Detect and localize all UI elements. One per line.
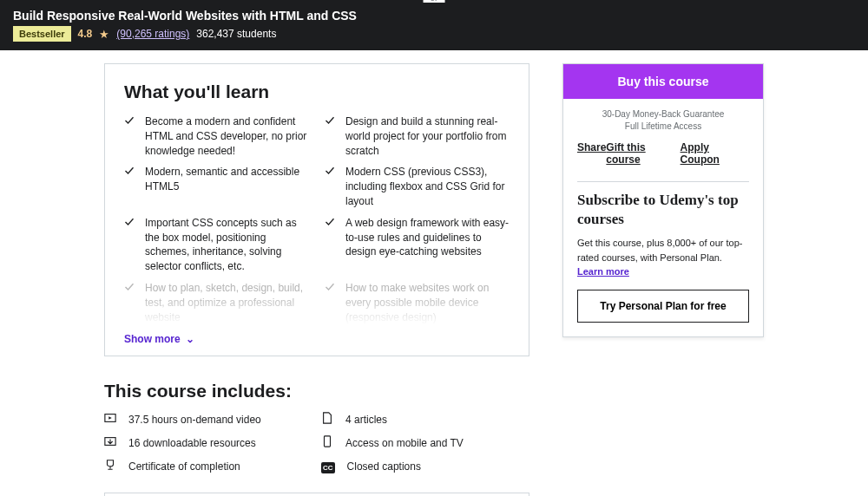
course-meta: Bestseller 4.8 ★ (90,265 ratings) 362,43… <box>13 26 855 42</box>
file-icon <box>321 412 333 427</box>
bestseller-badge: Bestseller <box>13 26 71 42</box>
wyl-item: Important CSS concepts such as the box m… <box>124 216 309 274</box>
includes-text: 16 downloadable resources <box>128 437 256 449</box>
students-count: 362,437 students <box>196 28 276 40</box>
subscribe-learn-more-link[interactable]: Learn more <box>577 266 629 277</box>
cc-icon: CC <box>321 460 335 473</box>
course-header: Build Responsive Real-World Websites wit… <box>0 0 868 50</box>
course-includes: This course includes: 37.5 hours on-dema… <box>104 381 529 473</box>
includes-text: Access on mobile and TV <box>345 437 464 449</box>
coupon-link[interactable]: Apply Coupon <box>681 141 749 166</box>
subscribe-desc-text: Get this course, plus 8,000+ of our top-… <box>577 238 742 263</box>
check-icon <box>124 166 135 208</box>
purchase-sidebar: Buy this course 30-Day Money-Back Guaran… <box>562 63 764 337</box>
show-more-button[interactable]: Show more ⌄ <box>124 333 510 345</box>
star-icon: ★ <box>99 28 109 41</box>
gift-link[interactable]: Gift this course <box>606 141 680 166</box>
fade-overlay <box>106 295 528 325</box>
wyl-item: Design and build a stunning real-world p… <box>325 114 510 158</box>
includes-text: Certificate of completion <box>128 460 240 473</box>
check-icon <box>325 166 335 208</box>
includes-text: Closed captions <box>347 460 421 473</box>
try-personal-plan-button[interactable]: Try Personal Plan for free <box>577 290 749 323</box>
sidebar-actions: Share Gift this course Apply Coupon <box>577 141 749 176</box>
top-companies-box: Top companies offer this course to their… <box>104 493 529 496</box>
includes-item: CCClosed captions <box>321 459 529 473</box>
wyl-text: Become a modern and confident HTML and C… <box>145 114 309 158</box>
includes-text: 37.5 hours on-demand video <box>128 414 261 426</box>
wyl-text: A web design framework with easy-to-use … <box>345 216 510 274</box>
wyl-text: Modern, semantic and accessible HTML5 <box>145 165 309 208</box>
includes-item: 37.5 hours on-demand video <box>104 412 321 427</box>
show-more-label: Show more <box>124 333 181 345</box>
includes-heading: This course includes: <box>104 381 529 401</box>
share-link[interactable]: Share <box>577 141 606 166</box>
ratings-link[interactable]: (90,265 ratings) <box>116 28 189 40</box>
course-title: Build Responsive Real-World Websites wit… <box>13 9 855 23</box>
buy-course-button[interactable]: Buy this course <box>563 64 763 99</box>
video-icon <box>104 412 116 427</box>
wyl-item: A web design framework with easy-to-use … <box>325 216 510 274</box>
money-back-text: 30-Day Money-Back Guarantee <box>577 109 749 119</box>
what-youll-learn-box: What you'll learn Become a modern and co… <box>104 63 529 356</box>
check-icon <box>325 217 335 274</box>
wyl-item: Modern, semantic and accessible HTML5 <box>124 165 309 208</box>
subscribe-title: Subscribe to Udemy's top courses <box>577 191 749 229</box>
wyl-text: Design and build a stunning real-world p… <box>345 114 510 158</box>
wyl-item: Modern CSS (previous CSS3), including fl… <box>325 165 510 208</box>
includes-item: 4 articles <box>321 412 529 427</box>
check-icon <box>124 217 135 274</box>
includes-item: 16 downloadable resources <box>104 435 321 450</box>
includes-item: Access on mobile and TV <box>321 435 529 450</box>
divider <box>577 181 749 182</box>
lifetime-access-text: Full Lifetime Access <box>577 121 749 131</box>
download-icon <box>104 435 116 450</box>
includes-text: 4 articles <box>345 414 387 426</box>
check-icon <box>325 115 335 158</box>
mobile-icon <box>321 435 333 450</box>
svg-rect-2 <box>325 436 331 447</box>
wyl-heading: What you'll learn <box>124 82 510 102</box>
check-icon <box>124 115 135 158</box>
wyl-item: Become a modern and confident HTML and C… <box>124 114 309 158</box>
includes-item: Certificate of completion <box>104 459 321 473</box>
subscribe-desc: Get this course, plus 8,000+ of our top-… <box>577 236 749 279</box>
wyl-text: Modern CSS (previous CSS3), including fl… <box>345 165 510 208</box>
chevron-down-icon: ⌄ <box>186 333 194 345</box>
or-text: or <box>424 0 445 3</box>
rating-value: 4.8 <box>78 28 93 40</box>
trophy-icon <box>104 459 116 473</box>
wyl-text: Important CSS concepts such as the box m… <box>145 216 309 274</box>
